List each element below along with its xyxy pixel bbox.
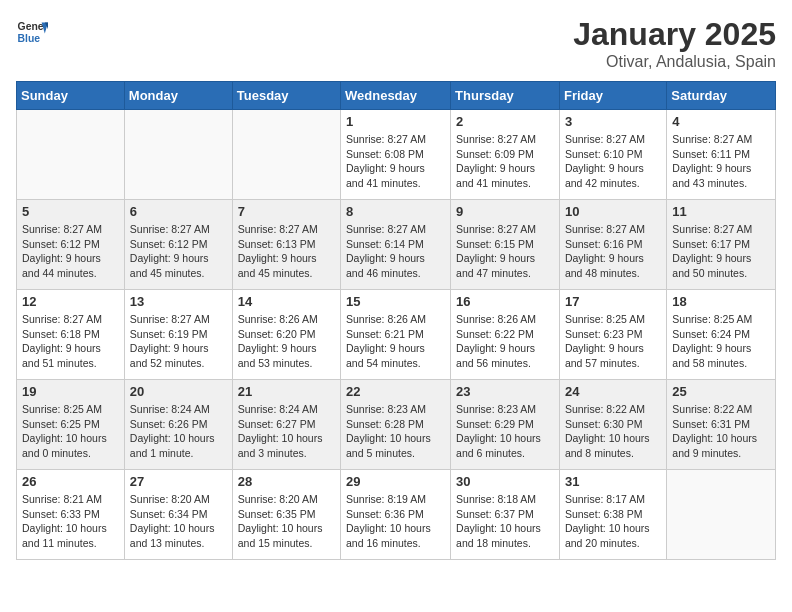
day-number: 27 (130, 474, 227, 489)
day-number: 24 (565, 384, 661, 399)
calendar-day-cell: 7Sunrise: 8:27 AM Sunset: 6:13 PM Daylig… (232, 200, 340, 290)
calendar-day-cell: 28Sunrise: 8:20 AM Sunset: 6:35 PM Dayli… (232, 470, 340, 560)
day-number: 26 (22, 474, 119, 489)
weekday-header-row: SundayMondayTuesdayWednesdayThursdayFrid… (17, 82, 776, 110)
day-number: 25 (672, 384, 770, 399)
calendar-week-row: 1Sunrise: 8:27 AM Sunset: 6:08 PM Daylig… (17, 110, 776, 200)
day-info: Sunrise: 8:27 AM Sunset: 6:10 PM Dayligh… (565, 132, 661, 191)
weekday-header: Saturday (667, 82, 776, 110)
calendar-day-cell (232, 110, 340, 200)
day-number: 9 (456, 204, 554, 219)
day-number: 21 (238, 384, 335, 399)
day-number: 7 (238, 204, 335, 219)
day-info: Sunrise: 8:24 AM Sunset: 6:27 PM Dayligh… (238, 402, 335, 461)
day-number: 18 (672, 294, 770, 309)
day-info: Sunrise: 8:25 AM Sunset: 6:25 PM Dayligh… (22, 402, 119, 461)
day-info: Sunrise: 8:27 AM Sunset: 6:15 PM Dayligh… (456, 222, 554, 281)
calendar-day-cell: 25Sunrise: 8:22 AM Sunset: 6:31 PM Dayli… (667, 380, 776, 470)
day-number: 30 (456, 474, 554, 489)
calendar-day-cell: 29Sunrise: 8:19 AM Sunset: 6:36 PM Dayli… (341, 470, 451, 560)
day-info: Sunrise: 8:27 AM Sunset: 6:16 PM Dayligh… (565, 222, 661, 281)
calendar-week-row: 19Sunrise: 8:25 AM Sunset: 6:25 PM Dayli… (17, 380, 776, 470)
day-number: 23 (456, 384, 554, 399)
day-info: Sunrise: 8:27 AM Sunset: 6:11 PM Dayligh… (672, 132, 770, 191)
weekday-header: Wednesday (341, 82, 451, 110)
day-info: Sunrise: 8:27 AM Sunset: 6:09 PM Dayligh… (456, 132, 554, 191)
day-info: Sunrise: 8:19 AM Sunset: 6:36 PM Dayligh… (346, 492, 445, 551)
day-number: 28 (238, 474, 335, 489)
day-number: 14 (238, 294, 335, 309)
day-number: 20 (130, 384, 227, 399)
calendar-day-cell: 27Sunrise: 8:20 AM Sunset: 6:34 PM Dayli… (124, 470, 232, 560)
logo: General Blue (16, 16, 48, 48)
calendar-day-cell: 20Sunrise: 8:24 AM Sunset: 6:26 PM Dayli… (124, 380, 232, 470)
page-header: General Blue January 2025 Otivar, Andalu… (16, 16, 776, 71)
day-info: Sunrise: 8:27 AM Sunset: 6:12 PM Dayligh… (130, 222, 227, 281)
calendar-day-cell: 1Sunrise: 8:27 AM Sunset: 6:08 PM Daylig… (341, 110, 451, 200)
day-info: Sunrise: 8:22 AM Sunset: 6:31 PM Dayligh… (672, 402, 770, 461)
calendar-day-cell: 17Sunrise: 8:25 AM Sunset: 6:23 PM Dayli… (559, 290, 666, 380)
calendar-day-cell: 11Sunrise: 8:27 AM Sunset: 6:17 PM Dayli… (667, 200, 776, 290)
calendar-week-row: 26Sunrise: 8:21 AM Sunset: 6:33 PM Dayli… (17, 470, 776, 560)
day-info: Sunrise: 8:27 AM Sunset: 6:19 PM Dayligh… (130, 312, 227, 371)
day-info: Sunrise: 8:24 AM Sunset: 6:26 PM Dayligh… (130, 402, 227, 461)
day-info: Sunrise: 8:18 AM Sunset: 6:37 PM Dayligh… (456, 492, 554, 551)
title-area: January 2025 Otivar, Andalusia, Spain (573, 16, 776, 71)
day-info: Sunrise: 8:26 AM Sunset: 6:21 PM Dayligh… (346, 312, 445, 371)
calendar-day-cell: 2Sunrise: 8:27 AM Sunset: 6:09 PM Daylig… (451, 110, 560, 200)
day-number: 29 (346, 474, 445, 489)
calendar-subtitle: Otivar, Andalusia, Spain (573, 53, 776, 71)
day-info: Sunrise: 8:23 AM Sunset: 6:29 PM Dayligh… (456, 402, 554, 461)
day-number: 2 (456, 114, 554, 129)
day-info: Sunrise: 8:27 AM Sunset: 6:13 PM Dayligh… (238, 222, 335, 281)
day-number: 16 (456, 294, 554, 309)
calendar-day-cell: 31Sunrise: 8:17 AM Sunset: 6:38 PM Dayli… (559, 470, 666, 560)
calendar-day-cell: 16Sunrise: 8:26 AM Sunset: 6:22 PM Dayli… (451, 290, 560, 380)
day-number: 22 (346, 384, 445, 399)
calendar-day-cell: 4Sunrise: 8:27 AM Sunset: 6:11 PM Daylig… (667, 110, 776, 200)
calendar-day-cell: 10Sunrise: 8:27 AM Sunset: 6:16 PM Dayli… (559, 200, 666, 290)
day-info: Sunrise: 8:25 AM Sunset: 6:23 PM Dayligh… (565, 312, 661, 371)
day-info: Sunrise: 8:21 AM Sunset: 6:33 PM Dayligh… (22, 492, 119, 551)
calendar-day-cell: 22Sunrise: 8:23 AM Sunset: 6:28 PM Dayli… (341, 380, 451, 470)
day-number: 13 (130, 294, 227, 309)
calendar-day-cell: 3Sunrise: 8:27 AM Sunset: 6:10 PM Daylig… (559, 110, 666, 200)
calendar-table: SundayMondayTuesdayWednesdayThursdayFrid… (16, 81, 776, 560)
calendar-day-cell: 19Sunrise: 8:25 AM Sunset: 6:25 PM Dayli… (17, 380, 125, 470)
day-number: 15 (346, 294, 445, 309)
day-info: Sunrise: 8:22 AM Sunset: 6:30 PM Dayligh… (565, 402, 661, 461)
day-info: Sunrise: 8:25 AM Sunset: 6:24 PM Dayligh… (672, 312, 770, 371)
logo-icon: General Blue (16, 16, 48, 48)
day-number: 8 (346, 204, 445, 219)
calendar-day-cell (124, 110, 232, 200)
day-info: Sunrise: 8:26 AM Sunset: 6:22 PM Dayligh… (456, 312, 554, 371)
day-info: Sunrise: 8:23 AM Sunset: 6:28 PM Dayligh… (346, 402, 445, 461)
day-number: 6 (130, 204, 227, 219)
calendar-day-cell: 23Sunrise: 8:23 AM Sunset: 6:29 PM Dayli… (451, 380, 560, 470)
day-info: Sunrise: 8:20 AM Sunset: 6:35 PM Dayligh… (238, 492, 335, 551)
calendar-day-cell: 21Sunrise: 8:24 AM Sunset: 6:27 PM Dayli… (232, 380, 340, 470)
weekday-header: Monday (124, 82, 232, 110)
calendar-day-cell (667, 470, 776, 560)
day-info: Sunrise: 8:26 AM Sunset: 6:20 PM Dayligh… (238, 312, 335, 371)
calendar-title: January 2025 (573, 16, 776, 53)
day-number: 19 (22, 384, 119, 399)
calendar-day-cell: 18Sunrise: 8:25 AM Sunset: 6:24 PM Dayli… (667, 290, 776, 380)
calendar-day-cell: 24Sunrise: 8:22 AM Sunset: 6:30 PM Dayli… (559, 380, 666, 470)
calendar-week-row: 5Sunrise: 8:27 AM Sunset: 6:12 PM Daylig… (17, 200, 776, 290)
day-number: 4 (672, 114, 770, 129)
day-number: 5 (22, 204, 119, 219)
day-number: 17 (565, 294, 661, 309)
day-info: Sunrise: 8:20 AM Sunset: 6:34 PM Dayligh… (130, 492, 227, 551)
day-info: Sunrise: 8:17 AM Sunset: 6:38 PM Dayligh… (565, 492, 661, 551)
calendar-day-cell: 15Sunrise: 8:26 AM Sunset: 6:21 PM Dayli… (341, 290, 451, 380)
day-number: 31 (565, 474, 661, 489)
weekday-header: Thursday (451, 82, 560, 110)
svg-text:Blue: Blue (18, 33, 41, 44)
weekday-header: Tuesday (232, 82, 340, 110)
day-info: Sunrise: 8:27 AM Sunset: 6:08 PM Dayligh… (346, 132, 445, 191)
calendar-day-cell: 14Sunrise: 8:26 AM Sunset: 6:20 PM Dayli… (232, 290, 340, 380)
weekday-header: Friday (559, 82, 666, 110)
day-number: 10 (565, 204, 661, 219)
calendar-day-cell: 30Sunrise: 8:18 AM Sunset: 6:37 PM Dayli… (451, 470, 560, 560)
